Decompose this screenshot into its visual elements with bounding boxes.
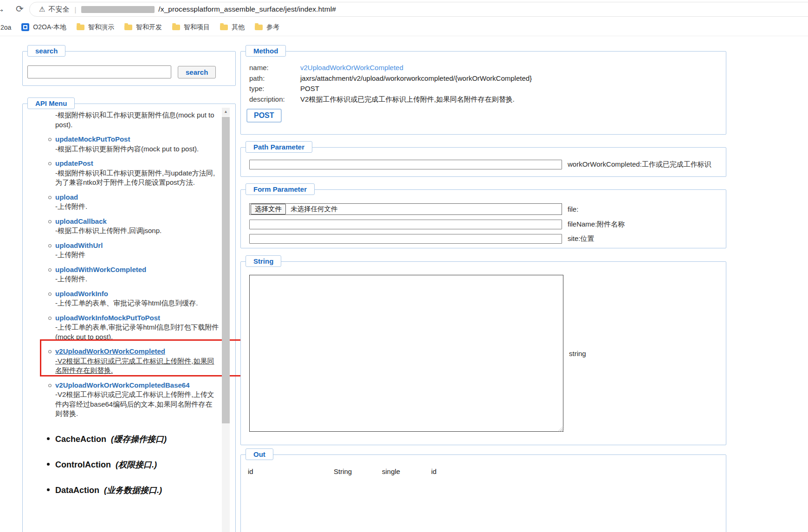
api-method-link[interactable]: uploadWithWorkCompleted: [55, 265, 146, 275]
redacted-url-block: [81, 6, 155, 13]
menu-item-uploadCallback: uploadCallback -根据工作标识上传附件,回调jsonp.: [55, 217, 219, 236]
menu-scrollbar[interactable]: ▲: [222, 108, 230, 532]
file-input[interactable]: 选择文件 未选择任何文件: [249, 203, 562, 215]
bookmark-folder-3[interactable]: 智和项目: [172, 23, 210, 32]
api-section-controlaction[interactable]: ControlAction (权限接口.): [55, 459, 219, 470]
menu-item-updatePost: updatePost -根据附件标识和工作标识更新附件,与update方法同,为…: [55, 159, 219, 188]
api-section-dataaction[interactable]: DataAction (业务数据接口.): [55, 485, 219, 496]
api-method-desc: -V2根据工作标识或已完成工作标识上传附件,上传文件内容经过base64编码后的…: [55, 390, 219, 419]
api-method-desc: -上传附件: [55, 250, 219, 260]
scrollbar-up-icon[interactable]: ▲: [222, 108, 230, 116]
api-method-desc: -上传附件.: [55, 202, 219, 212]
out-panel-legend: Out: [246, 448, 273, 460]
filename-label: fileName:附件名称: [568, 220, 625, 229]
method-panel: Method name: v2UploadWorkOrWorkCompleted…: [240, 51, 726, 135]
folder-icon: [255, 25, 263, 30]
bullet-icon: [47, 437, 50, 440]
api-section-desc: (业务数据接口.): [104, 486, 162, 495]
address-bar[interactable]: ⚠ 不安全 | /x_processplatform_assemble_surf…: [29, 2, 808, 17]
bullet-icon: [47, 488, 50, 491]
site-row: site:位置: [249, 234, 726, 244]
file-status-text: 未选择任何文件: [291, 205, 338, 214]
circle-bullet-icon: [48, 196, 52, 199]
bookmark-label: 智和开发: [136, 23, 162, 32]
menu-item-uploadWorkInfo: uploadWorkInfo -上传工单的表单、审批记录等html信息到缓存.: [55, 289, 219, 308]
circle-bullet-icon: [48, 350, 52, 353]
scrollbar-thumb[interactable]: [222, 117, 230, 423]
left-column: search search API Menu -根据附件标识和工作标识更新附件信…: [22, 51, 236, 532]
search-input[interactable]: [27, 65, 171, 78]
menu-item-upload: upload -上传附件.: [55, 193, 219, 212]
method-description-value: V2根据工作标识或已完成工作标识上传附件,如果同名附件存在则替换.: [300, 94, 515, 105]
file-row: 选择文件 未选择任何文件 file:: [249, 203, 726, 215]
search-button[interactable]: search: [178, 66, 216, 78]
api-method-desc: -上传工单的表单、审批记录等html信息到缓存.: [55, 298, 219, 308]
out-field-cardinality: single: [382, 467, 431, 475]
url-separator: |: [74, 6, 76, 13]
filename-input[interactable]: [249, 220, 562, 229]
out-panel: Out id String single id: [240, 454, 726, 532]
folder-icon: [220, 25, 228, 30]
bookmark-folder-1[interactable]: 智和演示: [77, 23, 114, 32]
path-label: path:: [249, 73, 300, 84]
method-type-row: type: POST: [249, 84, 726, 94]
api-menu-legend: API Menu: [27, 97, 75, 109]
page-content: search search API Menu -根据附件标识和工作标识更新附件信…: [0, 36, 808, 532]
browser-chrome: → ⟳ ⚠ 不安全 | /x_processplatform_assemble_…: [0, 0, 808, 36]
menu-item-v2UploadWorkOrWorkCompletedBase64: v2UploadWorkOrWorkCompletedBase64 -V2根据工…: [55, 381, 219, 419]
menu-item-updateMockPutToPost: updateMockPutToPost -根据工作标识更新附件内容(mock p…: [55, 135, 219, 154]
circle-bullet-icon: [48, 244, 52, 247]
method-path-value: jaxrs/attachment/v2/upload/workorworkcom…: [300, 73, 532, 84]
api-method-link[interactable]: uploadWithUrl: [55, 241, 103, 251]
bookmark-folder-2[interactable]: 智和开发: [124, 23, 162, 32]
circle-bullet-icon: [48, 162, 52, 165]
site-input[interactable]: [249, 234, 562, 244]
filename-row: fileName:附件名称: [249, 220, 726, 229]
method-name-link[interactable]: v2UploadWorkOrWorkCompleted: [300, 63, 403, 73]
api-section-cacheaction[interactable]: CacheAction (缓存操作接口): [55, 434, 219, 445]
api-section-name: ControlAction: [55, 460, 111, 469]
bookmark-label: O2OA-本地: [33, 23, 66, 32]
method-rows: name: v2UploadWorkOrWorkCompleted path: …: [241, 52, 726, 104]
search-panel-legend: search: [27, 45, 65, 57]
api-method-link[interactable]: updateMockPutToPost: [55, 135, 130, 144]
method-type-value: POST: [300, 84, 319, 94]
type-label: type:: [249, 84, 300, 94]
post-execute-button[interactable]: POST: [246, 109, 282, 123]
menu-item-uploadWithUrl: uploadWithUrl -上传附件: [55, 241, 219, 260]
api-method-link[interactable]: uploadCallback: [55, 217, 107, 227]
api-method-link[interactable]: uploadWorkInfo: [55, 289, 108, 299]
bookmark-folder-4[interactable]: 其他: [220, 23, 245, 32]
menu-item-v2UploadWorkOrWorkCompleted: v2UploadWorkOrWorkCompleted -V2根据工作标识或已完…: [55, 347, 219, 376]
name-label: name:: [249, 63, 300, 73]
bookmark-folder-5[interactable]: 参考: [255, 23, 279, 32]
api-method-link[interactable]: v2UploadWorkOrWorkCompletedBase64: [55, 381, 190, 390]
string-textarea[interactable]: [249, 275, 563, 432]
choose-file-button[interactable]: 选择文件: [251, 204, 286, 214]
reload-icon[interactable]: ⟳: [16, 3, 24, 14]
description-label: description:: [249, 94, 300, 105]
right-column: Method name: v2UploadWorkOrWorkCompleted…: [240, 51, 726, 532]
api-menu-list: -根据附件标识和工作标识更新附件信息(mock put to post). up…: [23, 104, 235, 496]
bookmark-o2oa-local[interactable]: O2OA-本地: [21, 23, 66, 32]
forward-icon[interactable]: →: [0, 3, 5, 15]
form-parameter-panel: Form Parameter 选择文件 未选择任何文件 file: fileNa…: [240, 189, 726, 248]
api-method-link[interactable]: upload: [55, 193, 78, 202]
bookmarks-bar: 2oa O2OA-本地 智和演示 智和开发 智和项目 其他 参考: [0, 19, 808, 36]
url-text: /x_processplatform_assemble_surface/jest…: [158, 5, 336, 13]
api-menu-panel: API Menu -根据附件标识和工作标识更新附件信息(mock put to …: [22, 104, 236, 532]
api-method-link[interactable]: updatePost: [55, 159, 93, 169]
form-parameter-rows: 选择文件 未选择任何文件 file: fileName:附件名称 site:位置: [241, 203, 726, 244]
out-field-type: String: [334, 467, 382, 475]
api-section-desc: (权限接口.): [116, 460, 157, 469]
circle-bullet-icon: [48, 220, 52, 223]
circle-bullet-icon: [48, 317, 52, 320]
method-description-row: description: V2根据工作标识或已完成工作标识上传附件,如果同名附件…: [249, 94, 726, 105]
circle-bullet-icon: [48, 138, 52, 141]
bookmark-cutoff[interactable]: 2oa: [0, 24, 11, 31]
api-method-desc: -上传附件.: [55, 274, 219, 284]
api-method-link[interactable]: uploadWorkInfoMockPutToPost: [55, 313, 160, 323]
workorworkcompleted-input[interactable]: [249, 160, 562, 169]
circle-bullet-icon: [48, 384, 52, 387]
api-method-link-selected[interactable]: v2UploadWorkOrWorkCompleted: [55, 347, 165, 357]
